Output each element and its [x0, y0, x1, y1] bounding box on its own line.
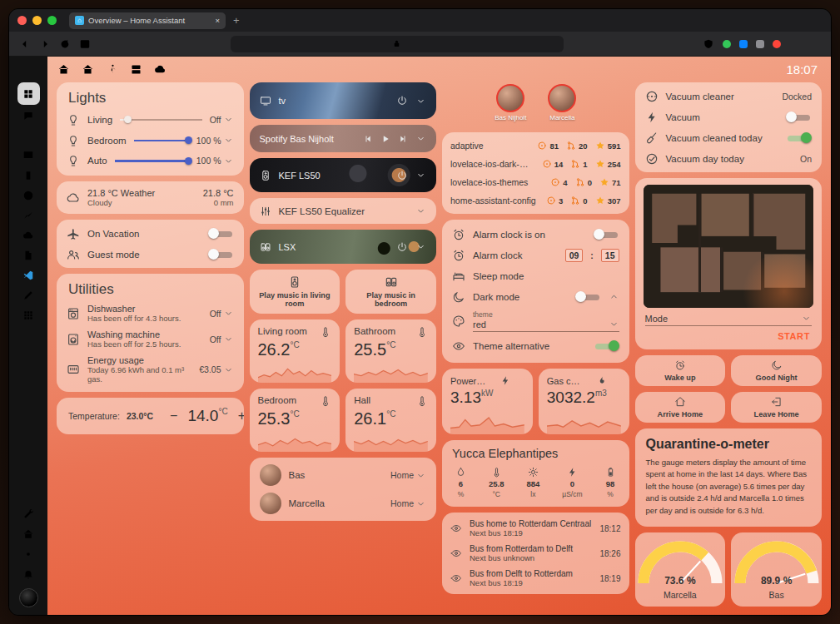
theme-alternative-toggle[interactable]: [594, 339, 619, 352]
window-close-button[interactable]: [17, 16, 27, 25]
play-music-bedroom-button[interactable]: Play music in bedroom: [345, 270, 436, 314]
reload-icon[interactable]: [59, 38, 71, 50]
light-slider[interactable]: [134, 135, 189, 146]
power-consumption-card[interactable]: Power consumpt... 3.13kW: [442, 369, 533, 434]
equalizer-card[interactable]: KEF LS50 Equalizer: [250, 198, 437, 224]
sidebar-item-overview[interactable]: [17, 82, 40, 105]
bedroom-temp-card[interactable]: Bedroom 25.3°C: [250, 389, 340, 452]
sidebar-item-apps[interactable]: [17, 306, 40, 324]
sidebar-item-chat[interactable]: [17, 106, 40, 125]
sidebar-item-editor[interactable]: [17, 286, 40, 305]
sidebar-item-explore[interactable]: [17, 186, 40, 205]
person-badge-marcella[interactable]: Marcella: [548, 84, 576, 126]
forward-icon[interactable]: [39, 38, 51, 50]
sidebar-home-icon[interactable]: [17, 525, 40, 543]
leave-home-button[interactable]: Leave Home: [731, 392, 822, 423]
spotify-media-card[interactable]: Spotify Bas Nijholt: [250, 125, 437, 152]
tab-cloud[interactable]: [154, 63, 167, 76]
vacuum-start-button[interactable]: START: [778, 331, 810, 341]
utility-state-dropdown[interactable]: €3.05: [199, 364, 233, 375]
window-zoom-button[interactable]: [47, 16, 57, 25]
chevron-down-icon[interactable]: [415, 96, 426, 106]
power-icon[interactable]: [396, 241, 408, 253]
sidebar-panel-icon[interactable]: [79, 38, 91, 50]
alarm-on-toggle[interactable]: [594, 228, 619, 240]
utility-state-dropdown[interactable]: Off: [210, 334, 234, 344]
gas-consumption-card[interactable]: Gas consumption 3032.2m3: [539, 369, 629, 434]
light-state-dropdown[interactable]: 100 %: [196, 156, 234, 166]
good-night-button[interactable]: Good Night: [731, 355, 822, 386]
tab-house[interactable]: [82, 63, 94, 76]
power-icon[interactable]: [396, 170, 408, 181]
tv-media-card[interactable]: tv: [250, 82, 437, 119]
power-icon[interactable]: [396, 95, 408, 106]
chevron-down-icon[interactable]: [415, 241, 426, 252]
lsx-media-card[interactable]: LSX: [250, 230, 437, 264]
person-badge-bas[interactable]: Bas Nijholt: [495, 84, 526, 126]
sidebar-item-vscode[interactable]: [17, 266, 40, 285]
sidebar-notifications-icon[interactable]: [17, 565, 40, 583]
hall-temp-card[interactable]: Hall 26.1°C: [345, 389, 436, 452]
sidebar-user-avatar[interactable]: [19, 588, 38, 607]
bathroom-temp-card[interactable]: Bathroom 25.5°C: [345, 319, 436, 383]
repo-row[interactable]: home-assistant-config 3 0 307: [442, 191, 629, 210]
theme-select[interactable]: red: [473, 319, 619, 332]
chevron-down-icon[interactable]: [415, 170, 426, 181]
sidebar-item-cloud[interactable]: [17, 226, 40, 245]
chevron-down-icon[interactable]: [415, 206, 426, 216]
sidebar-item-media[interactable]: [17, 146, 40, 165]
browser-tab[interactable]: ⌂ Overview – Home Assistant ×: [69, 12, 226, 29]
bus-row[interactable]: Bus from Delft to RotterdamNext bus 18:1…: [442, 566, 629, 591]
chevron-up-icon[interactable]: [609, 291, 619, 302]
wake-up-button[interactable]: Wake up: [635, 355, 726, 386]
light-slider[interactable]: [115, 155, 189, 166]
sidebar-item-history[interactable]: [17, 206, 40, 225]
dark-mode-toggle[interactable]: [575, 290, 601, 303]
repo-row[interactable]: adaptive 81 20 591: [442, 136, 629, 155]
chevron-down-icon[interactable]: [415, 133, 426, 144]
sidebar-developer-tools-icon[interactable]: [17, 505, 40, 523]
vacuum-cleaned-toggle[interactable]: [786, 131, 812, 144]
extension-icon-red[interactable]: [773, 40, 781, 48]
bus-row[interactable]: Bus from Rotterdam to DelftNext bus unkn…: [442, 541, 629, 566]
light-state-dropdown[interactable]: Off: [210, 114, 234, 125]
extension-icon-green[interactable]: [723, 40, 731, 48]
tab-server[interactable]: [130, 63, 142, 76]
person-state-dropdown[interactable]: Home: [390, 470, 426, 481]
sidebar-item-logbook[interactable]: [17, 126, 40, 145]
vacuum-mode-select[interactable]: Mode: [645, 313, 813, 326]
shield-icon[interactable]: [703, 38, 714, 50]
vacation-toggle[interactable]: [208, 227, 234, 240]
weather-card[interactable]: 21.8 °C Weather Cloudy 21.8 °C 0 mm: [57, 181, 244, 214]
temp-increase-button[interactable]: +: [235, 409, 244, 423]
play-icon[interactable]: [380, 134, 390, 144]
utility-state-dropdown[interactable]: Off: [210, 308, 234, 319]
extension-icon-grey[interactable]: [756, 40, 764, 48]
browser-menu-icon[interactable]: [809, 38, 821, 50]
alarm-hour-input[interactable]: 09: [565, 249, 584, 262]
address-bar[interactable]: [231, 36, 564, 52]
next-track-icon[interactable]: [398, 134, 408, 144]
new-tab-button[interactable]: +: [233, 14, 240, 27]
previous-track-icon[interactable]: [363, 134, 373, 144]
alarm-minute-input[interactable]: 15: [601, 249, 619, 262]
sidebar-menu-icon[interactable]: [17, 62, 40, 81]
living-room-temp-card[interactable]: Living room 26.2°C: [250, 319, 340, 383]
vacuum-map[interactable]: [644, 185, 814, 308]
sidebar-settings-icon[interactable]: [17, 545, 40, 563]
repo-row[interactable]: lovelace-ios-dark-mode-theme 14 1 254: [442, 155, 629, 173]
tab-activity[interactable]: [106, 63, 118, 76]
repo-row[interactable]: lovelace-ios-themes 4 0 71: [442, 173, 629, 191]
light-slider[interactable]: [120, 114, 202, 126]
window-minimize-button[interactable]: [32, 16, 42, 25]
play-music-living-room-button[interactable]: Play music in living room: [250, 270, 340, 314]
light-state-dropdown[interactable]: 100 %: [196, 135, 234, 146]
temp-decrease-button[interactable]: −: [167, 409, 181, 423]
bus-row[interactable]: Bus home to Rotterdam CentraalNext bus 1…: [442, 516, 629, 541]
guest-mode-toggle[interactable]: [208, 248, 234, 260]
kef-ls50-media-card[interactable]: KEF LS50: [250, 158, 437, 192]
vacuum-toggle[interactable]: [786, 111, 812, 123]
extension-icon-blue[interactable]: [739, 40, 748, 48]
person-state-dropdown[interactable]: Home: [390, 498, 426, 509]
overflow-menu-icon[interactable]: [789, 38, 801, 50]
